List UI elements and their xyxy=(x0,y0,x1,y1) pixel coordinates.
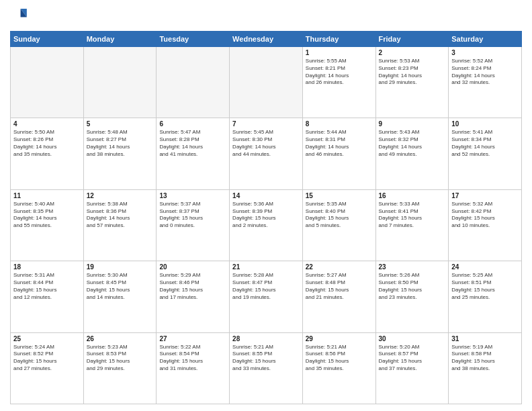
day-info: Sunrise: 5:23 AM Sunset: 8:53 PM Dayligh… xyxy=(87,344,154,373)
day-cell: 16Sunrise: 5:33 AM Sunset: 8:41 PM Dayli… xyxy=(375,189,449,261)
day-cell: 20Sunrise: 5:29 AM Sunset: 8:46 PM Dayli… xyxy=(157,261,230,332)
day-cell: 3Sunrise: 5:52 AM Sunset: 8:24 PM Daylig… xyxy=(449,47,522,118)
day-number: 31 xyxy=(451,335,519,342)
day-number: 14 xyxy=(232,192,300,199)
day-number: 22 xyxy=(306,263,373,271)
day-number: 25 xyxy=(13,335,81,342)
day-info: Sunrise: 5:31 AM Sunset: 8:44 PM Dayligh… xyxy=(13,272,81,301)
weekday-header-monday: Monday xyxy=(83,32,157,47)
day-info: Sunrise: 5:48 AM Sunset: 8:27 PM Dayligh… xyxy=(87,129,154,158)
calendar-table: SundayMondayTuesdayWednesdayThursdayFrid… xyxy=(10,31,522,404)
day-cell: 26Sunrise: 5:23 AM Sunset: 8:53 PM Dayli… xyxy=(83,332,157,404)
day-number: 30 xyxy=(379,335,446,342)
day-number: 26 xyxy=(87,335,154,342)
weekday-header-friday: Friday xyxy=(375,32,449,47)
weekday-header-saturday: Saturday xyxy=(449,32,522,47)
page: SundayMondayTuesdayWednesdayThursdayFrid… xyxy=(0,0,532,411)
day-cell xyxy=(230,47,303,118)
day-info: Sunrise: 5:45 AM Sunset: 8:30 PM Dayligh… xyxy=(232,129,300,158)
day-cell xyxy=(83,47,157,118)
day-info: Sunrise: 5:37 AM Sunset: 8:37 PM Dayligh… xyxy=(159,201,226,230)
day-info: Sunrise: 5:44 AM Sunset: 8:31 PM Dayligh… xyxy=(306,129,373,158)
week-row-4: 25Sunrise: 5:24 AM Sunset: 8:52 PM Dayli… xyxy=(11,332,522,404)
weekday-header-sunday: Sunday xyxy=(11,32,84,47)
day-number: 1 xyxy=(306,49,373,56)
day-cell: 27Sunrise: 5:22 AM Sunset: 8:54 PM Dayli… xyxy=(157,332,230,404)
day-cell: 11Sunrise: 5:40 AM Sunset: 8:35 PM Dayli… xyxy=(11,189,84,261)
day-number: 28 xyxy=(232,335,300,342)
weekday-header-thursday: Thursday xyxy=(302,32,375,47)
day-info: Sunrise: 5:35 AM Sunset: 8:40 PM Dayligh… xyxy=(306,201,373,230)
day-info: Sunrise: 5:20 AM Sunset: 8:57 PM Dayligh… xyxy=(379,344,446,373)
day-number: 2 xyxy=(379,49,446,56)
day-number: 29 xyxy=(306,335,373,342)
day-number: 13 xyxy=(159,192,226,199)
day-info: Sunrise: 5:19 AM Sunset: 8:58 PM Dayligh… xyxy=(451,344,519,373)
weekday-header-wednesday: Wednesday xyxy=(230,32,303,47)
day-cell: 6Sunrise: 5:47 AM Sunset: 8:28 PM Daylig… xyxy=(157,118,230,189)
day-cell: 14Sunrise: 5:36 AM Sunset: 8:39 PM Dayli… xyxy=(230,189,303,261)
day-cell: 1Sunrise: 5:55 AM Sunset: 8:21 PM Daylig… xyxy=(302,47,375,118)
day-cell: 24Sunrise: 5:25 AM Sunset: 8:51 PM Dayli… xyxy=(449,261,522,332)
day-number: 12 xyxy=(87,192,154,199)
week-row-1: 4Sunrise: 5:50 AM Sunset: 8:26 PM Daylig… xyxy=(11,118,522,189)
day-cell xyxy=(157,47,230,118)
day-number: 19 xyxy=(87,263,154,271)
day-cell: 7Sunrise: 5:45 AM Sunset: 8:30 PM Daylig… xyxy=(230,118,303,189)
day-cell: 13Sunrise: 5:37 AM Sunset: 8:37 PM Dayli… xyxy=(157,189,230,261)
day-cell: 17Sunrise: 5:32 AM Sunset: 8:42 PM Dayli… xyxy=(449,189,522,261)
day-info: Sunrise: 5:36 AM Sunset: 8:39 PM Dayligh… xyxy=(232,201,300,230)
day-number: 15 xyxy=(306,192,373,199)
day-cell: 4Sunrise: 5:50 AM Sunset: 8:26 PM Daylig… xyxy=(11,118,84,189)
day-info: Sunrise: 5:40 AM Sunset: 8:35 PM Dayligh… xyxy=(13,201,81,230)
day-number: 8 xyxy=(306,120,373,128)
day-cell: 28Sunrise: 5:21 AM Sunset: 8:55 PM Dayli… xyxy=(230,332,303,404)
day-number: 27 xyxy=(159,335,226,342)
day-cell: 22Sunrise: 5:27 AM Sunset: 8:48 PM Dayli… xyxy=(302,261,375,332)
day-cell: 19Sunrise: 5:30 AM Sunset: 8:45 PM Dayli… xyxy=(83,261,157,332)
day-info: Sunrise: 5:52 AM Sunset: 8:24 PM Dayligh… xyxy=(451,58,519,87)
day-number: 7 xyxy=(232,120,300,128)
day-info: Sunrise: 5:24 AM Sunset: 8:52 PM Dayligh… xyxy=(13,344,81,373)
weekday-header-row: SundayMondayTuesdayWednesdayThursdayFrid… xyxy=(11,32,522,47)
day-cell xyxy=(11,47,84,118)
day-cell: 18Sunrise: 5:31 AM Sunset: 8:44 PM Dayli… xyxy=(11,261,84,332)
day-cell: 5Sunrise: 5:48 AM Sunset: 8:27 PM Daylig… xyxy=(83,118,157,189)
day-info: Sunrise: 5:47 AM Sunset: 8:28 PM Dayligh… xyxy=(159,129,226,158)
day-info: Sunrise: 5:22 AM Sunset: 8:54 PM Dayligh… xyxy=(159,344,226,373)
day-cell: 30Sunrise: 5:20 AM Sunset: 8:57 PM Dayli… xyxy=(375,332,449,404)
day-info: Sunrise: 5:53 AM Sunset: 8:23 PM Dayligh… xyxy=(379,58,446,87)
day-cell: 12Sunrise: 5:38 AM Sunset: 8:36 PM Dayli… xyxy=(83,189,157,261)
day-number: 18 xyxy=(13,263,81,271)
day-number: 21 xyxy=(232,263,300,271)
day-number: 6 xyxy=(159,120,226,128)
week-row-0: 1Sunrise: 5:55 AM Sunset: 8:21 PM Daylig… xyxy=(11,47,522,118)
day-info: Sunrise: 5:32 AM Sunset: 8:42 PM Dayligh… xyxy=(451,201,519,230)
day-cell: 10Sunrise: 5:41 AM Sunset: 8:34 PM Dayli… xyxy=(449,118,522,189)
day-number: 20 xyxy=(159,263,226,271)
day-cell: 21Sunrise: 5:28 AM Sunset: 8:47 PM Dayli… xyxy=(230,261,303,332)
day-number: 17 xyxy=(451,192,519,199)
day-info: Sunrise: 5:21 AM Sunset: 8:56 PM Dayligh… xyxy=(306,344,373,373)
day-info: Sunrise: 5:29 AM Sunset: 8:46 PM Dayligh… xyxy=(159,272,226,301)
day-info: Sunrise: 5:43 AM Sunset: 8:32 PM Dayligh… xyxy=(379,129,446,158)
day-info: Sunrise: 5:28 AM Sunset: 8:47 PM Dayligh… xyxy=(232,272,300,301)
day-cell: 2Sunrise: 5:53 AM Sunset: 8:23 PM Daylig… xyxy=(375,47,449,118)
day-number: 24 xyxy=(451,263,519,271)
day-number: 11 xyxy=(13,192,81,199)
day-number: 3 xyxy=(451,49,519,56)
day-info: Sunrise: 5:27 AM Sunset: 8:48 PM Dayligh… xyxy=(306,272,373,301)
day-info: Sunrise: 5:26 AM Sunset: 8:50 PM Dayligh… xyxy=(379,272,446,301)
day-info: Sunrise: 5:55 AM Sunset: 8:21 PM Dayligh… xyxy=(306,58,373,87)
day-number: 23 xyxy=(379,263,446,271)
day-number: 4 xyxy=(13,120,81,128)
day-number: 9 xyxy=(379,120,446,128)
weekday-header-tuesday: Tuesday xyxy=(157,32,230,47)
day-info: Sunrise: 5:30 AM Sunset: 8:45 PM Dayligh… xyxy=(87,272,154,301)
day-cell: 29Sunrise: 5:21 AM Sunset: 8:56 PM Dayli… xyxy=(302,332,375,404)
day-info: Sunrise: 5:33 AM Sunset: 8:41 PM Dayligh… xyxy=(379,201,446,230)
day-info: Sunrise: 5:38 AM Sunset: 8:36 PM Dayligh… xyxy=(87,201,154,230)
day-number: 16 xyxy=(379,192,446,199)
day-cell: 9Sunrise: 5:43 AM Sunset: 8:32 PM Daylig… xyxy=(375,118,449,189)
day-cell: 15Sunrise: 5:35 AM Sunset: 8:40 PM Dayli… xyxy=(302,189,375,261)
